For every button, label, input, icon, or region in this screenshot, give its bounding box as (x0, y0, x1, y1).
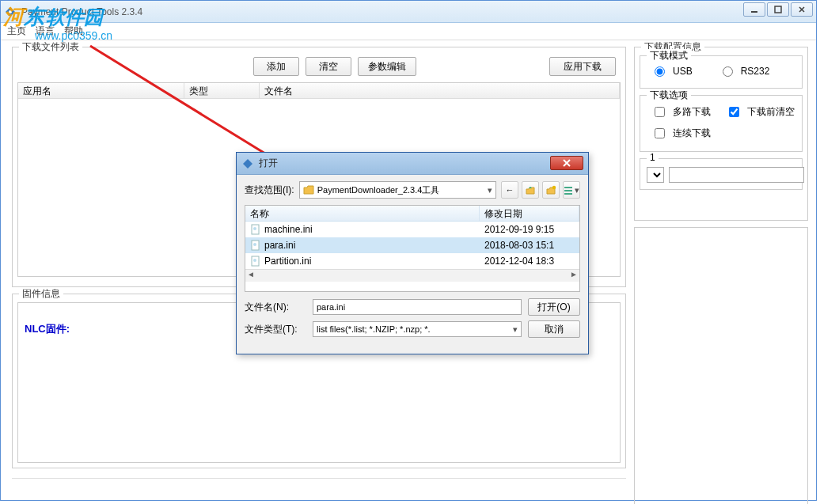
lookin-path: PaymentDownloader_2.3.4工具 (317, 184, 440, 196)
back-button[interactable]: ← (501, 181, 518, 199)
download-list-buttons: 添加 清空 参数编辑 应用下载 (17, 55, 621, 82)
new-folder-button[interactable] (542, 181, 560, 199)
checkbox-clear-before[interactable]: 下载前清空 (721, 105, 795, 119)
checkbox-continuous[interactable]: 连续下载 (647, 127, 721, 140)
menu-language[interactable]: 语言 (36, 25, 55, 38)
right-empty-panel (634, 227, 808, 504)
open-dialog[interactable]: 打开 查找范围(I): PaymentDownloader_2.3.4工具 ← (236, 152, 589, 354)
view-menu-button[interactable] (563, 181, 580, 199)
filetype-label: 文件类型(T): (245, 323, 306, 336)
download-config-group: 下载配置信息 下载模式 USB RS232 (634, 47, 808, 221)
filename-input[interactable] (313, 299, 522, 315)
firmware-info-legend: 固件信息 (19, 287, 63, 301)
channel-one-select[interactable] (647, 167, 664, 183)
file-name: Partition.ini (264, 256, 311, 267)
download-mode-group: 下载模式 USB RS232 (640, 55, 803, 89)
channel-one-input[interactable] (669, 167, 804, 183)
file-list-header: 名称 修改日期 (245, 206, 579, 222)
svg-point-0 (9, 10, 12, 13)
file-date: 2012-12-04 18:3 (480, 256, 579, 267)
app-download-button[interactable]: 应用下载 (549, 57, 616, 76)
column-appname[interactable]: 应用名 (18, 83, 184, 98)
download-list-header: 应用名 类型 文件名 (18, 83, 620, 99)
checkbox-clear-before-label: 下载前清空 (747, 105, 795, 119)
open-button[interactable]: 打开(O) (528, 298, 580, 316)
column-type[interactable]: 类型 (184, 83, 260, 98)
open-dialog-titlebar[interactable]: 打开 (237, 153, 588, 175)
filetype-value: list files(*.list; *.NZIP; *.nzp; *. (317, 324, 431, 334)
status-bar (12, 478, 626, 497)
svg-rect-6 (564, 190, 572, 191)
file-name: para.ini (264, 240, 295, 251)
checkbox-clear-before-input[interactable] (729, 107, 739, 117)
radio-usb-input[interactable] (655, 66, 665, 77)
file-date: 2012-09-19 9:15 (480, 224, 579, 235)
radio-usb-label: USB (673, 66, 693, 77)
lookin-label: 查找范围(I): (245, 184, 294, 197)
nav-icons: ← (501, 181, 580, 199)
folder-icon (303, 184, 314, 195)
svg-point-4 (552, 186, 556, 189)
menu-home[interactable]: 主页 (7, 25, 26, 38)
open-dialog-icon (241, 157, 254, 170)
checkbox-multi-input[interactable] (655, 107, 665, 117)
svg-rect-1 (751, 11, 757, 13)
radio-rs232-input[interactable] (723, 66, 733, 77)
channel-one-group: 1 (640, 158, 803, 190)
file-icon (250, 256, 261, 267)
window-title: Payment Product Tools 2.3.4 (21, 6, 142, 17)
radio-rs232-label: RS232 (741, 66, 770, 77)
close-button[interactable] (791, 2, 813, 17)
open-dialog-title: 打开 (259, 157, 278, 170)
svg-rect-2 (775, 6, 781, 13)
svg-point-11 (253, 243, 256, 246)
params-button[interactable]: 参数编辑 (358, 57, 416, 76)
download-list-legend: 下载文件列表 (19, 40, 82, 54)
file-list-col-date[interactable]: 修改日期 (480, 206, 579, 221)
filetype-select[interactable]: list files(*.list; *.NZIP; *.nzp; *. (313, 321, 522, 337)
checkbox-continuous-label: 连续下载 (673, 127, 711, 140)
file-date: 2018-08-03 15:1 (480, 240, 579, 251)
file-list-hscroll[interactable]: ◄► (245, 269, 579, 282)
menubar: 主页 语言 帮助 (1, 23, 816, 40)
file-list-col-name[interactable]: 名称 (245, 206, 480, 221)
file-name: machine.ini (264, 224, 313, 235)
app-icon (4, 6, 17, 18)
download-mode-legend: 下载模式 (647, 49, 691, 63)
minimize-button[interactable] (743, 2, 765, 17)
add-button[interactable]: 添加 (253, 57, 299, 76)
filename-label: 文件名(N): (245, 301, 306, 314)
svg-rect-5 (564, 187, 572, 188)
right-column: 下载配置信息 下载模式 USB RS232 (632, 40, 816, 500)
cancel-button[interactable]: 取消 (528, 320, 580, 338)
radio-rs232[interactable]: RS232 (715, 66, 770, 77)
titlebar[interactable]: Payment Product Tools 2.3.4 (1, 1, 816, 23)
checkbox-multi[interactable]: 多路下载 (647, 105, 721, 119)
checkbox-continuous-input[interactable] (655, 128, 665, 138)
radio-usb[interactable]: USB (647, 66, 693, 77)
up-button[interactable] (522, 181, 539, 199)
file-row[interactable]: Partition.ini 2012-12-04 18:3 (245, 253, 579, 269)
lookin-select[interactable]: PaymentDownloader_2.3.4工具 (299, 181, 496, 199)
file-icon (250, 240, 261, 251)
download-options-legend: 下载选项 (647, 89, 691, 102)
window-controls (743, 2, 813, 17)
menu-help[interactable]: 帮助 (64, 25, 83, 38)
download-options-group: 下载选项 多路下载 下载前清空 连续下载 (640, 95, 803, 152)
maximize-button[interactable] (767, 2, 789, 17)
channel-one-legend: 1 (647, 152, 659, 163)
file-list[interactable]: 名称 修改日期 machine.ini 2012-09-19 9:15 para… (245, 205, 580, 292)
open-dialog-body: 查找范围(I): PaymentDownloader_2.3.4工具 ← (237, 175, 588, 349)
file-icon (250, 224, 261, 235)
file-row[interactable]: machine.ini 2012-09-19 9:15 (245, 222, 579, 237)
column-filename[interactable]: 文件名 (260, 83, 620, 98)
svg-point-9 (253, 227, 256, 230)
checkbox-multi-label: 多路下载 (673, 105, 711, 119)
file-row[interactable]: para.ini 2018-08-03 15:1 (245, 237, 579, 253)
svg-rect-7 (564, 193, 572, 195)
open-dialog-close-button[interactable] (550, 156, 583, 170)
clear-button[interactable]: 清空 (306, 57, 351, 76)
svg-point-13 (253, 259, 256, 262)
